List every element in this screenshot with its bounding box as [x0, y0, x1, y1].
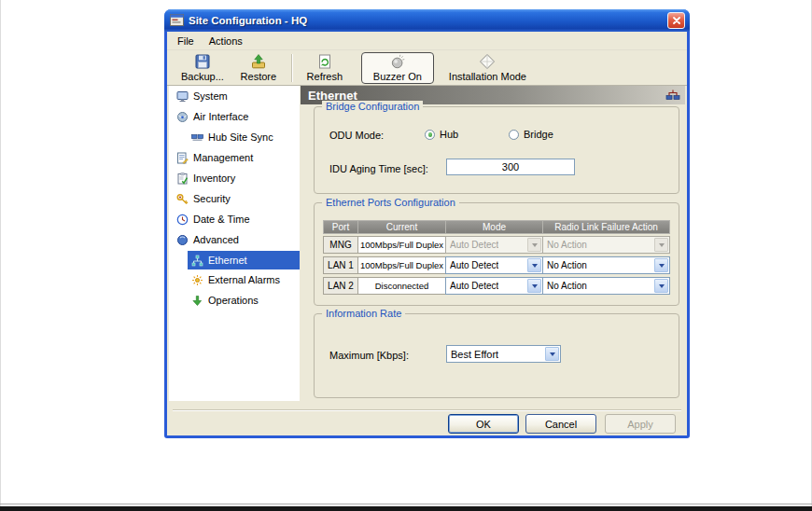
apply-button: Apply [605, 414, 676, 434]
sidebar-item-label: Advanced [193, 234, 239, 245]
hub-radio-label: Hub [440, 129, 458, 140]
page-bottom-bar [0, 506, 812, 511]
ethernet-ports-group: Ethernet Ports Configuration Port Curren… [314, 202, 679, 306]
information-rate-group: Information Rate Maximum [Kbps]: Best Ef… [314, 313, 679, 398]
backup-button[interactable]: Backup... [174, 52, 231, 84]
operations-icon [191, 295, 203, 307]
installation-mode-button[interactable]: Installation Mode [441, 52, 534, 84]
sidebar-item-label: Ethernet [208, 255, 247, 266]
idu-aging-time-label: IDU Aging Time [sec]: [329, 163, 428, 174]
titlebar[interactable]: Site Configuration - HQ [164, 9, 690, 32]
buzzer-icon [389, 54, 406, 70]
restore-button[interactable]: Restore [231, 52, 286, 84]
current-cell: Disconnected [357, 277, 446, 295]
idu-aging-time-input[interactable] [446, 159, 575, 175]
toolbar-separator [291, 54, 292, 82]
air-interface-icon [176, 111, 189, 123]
menu-file[interactable]: File [170, 34, 202, 48]
sidebar-item-advanced[interactable]: Advanced [169, 229, 300, 250]
sidebar-item-ethernet[interactable]: Ethernet [188, 251, 300, 269]
port-cell: LAN 2 [323, 277, 358, 295]
sidebar-item-operations[interactable]: Operations [169, 290, 300, 311]
radio-button-icon [425, 130, 435, 140]
close-icon [672, 16, 681, 25]
ethernet-header-icon [665, 89, 680, 104]
bridge-configuration-group: Bridge Configuration ODU Mode: Hub Bridg… [314, 106, 679, 194]
sidebar-item-security[interactable]: Security [169, 188, 300, 209]
sidebar-item-label: Operations [208, 295, 259, 306]
page-border-left [0, 0, 1, 511]
sidebar-item-label: Air Interface [193, 111, 248, 122]
combo-value: Best Effort [451, 349, 498, 360]
refresh-label: Refresh [307, 71, 343, 82]
sidebar-item-external-alarms[interactable]: External Alarms [169, 269, 300, 290]
radio-button-icon [509, 130, 519, 140]
sidebar-item-inventory[interactable]: Inventory [169, 168, 300, 188]
site-configuration-window: Site Configuration - HQ File Actions Bac… [164, 9, 690, 438]
app-icon [170, 14, 184, 28]
hub-site-sync-icon [191, 131, 203, 144]
sidebar-item-date-time[interactable]: Date & Time [169, 209, 300, 229]
sidebar: System Air Interface Hub Site Sync Manag… [169, 86, 300, 401]
sidebar-item-hub-site-sync[interactable]: Hub Site Sync [169, 127, 300, 147]
combo-value: No Action [547, 240, 587, 250]
ports-table: Port Current Mode Radio Link Failure Act… [323, 220, 670, 297]
ports-table-header: Port Current Mode Radio Link Failure Act… [323, 220, 670, 234]
odu-mode-hub-radio[interactable]: Hub [425, 129, 458, 140]
mng-failure-action-select: No Action [542, 236, 670, 254]
sidebar-item-label: Hub Site Sync [208, 131, 273, 143]
chevron-down-icon [527, 258, 541, 272]
chevron-down-icon [545, 347, 559, 361]
restore-label: Restore [241, 71, 277, 82]
sidebar-item-label: Management [193, 152, 253, 163]
lan1-failure-action-select[interactable]: No Action [542, 256, 670, 274]
table-row-lan1: LAN 1 100Mbps/Full Duplex Auto Detect No… [323, 256, 670, 274]
current-cell: 100Mbps/Full Duplex [357, 236, 446, 254]
odu-mode-label: ODU Mode: [329, 130, 384, 141]
sidebar-item-label: Security [193, 193, 231, 204]
chevron-down-icon [654, 279, 668, 293]
external-alarms-icon [191, 274, 203, 286]
lan1-mode-select[interactable]: Auto Detect [445, 256, 543, 274]
page-rule [0, 504, 812, 504]
window-body: System Air Interface Hub Site Sync Manag… [167, 86, 687, 435]
mng-mode-select: Auto Detect [445, 236, 543, 254]
col-header-port: Port [323, 220, 358, 234]
combo-value: No Action [547, 260, 587, 270]
chevron-down-icon [527, 279, 541, 293]
combo-value: No Action [547, 281, 587, 291]
chevron-down-icon [654, 238, 668, 252]
combo-value: Auto Detect [450, 260, 498, 270]
group-title: Bridge Configuration [322, 101, 423, 112]
lan2-mode-select[interactable]: Auto Detect [445, 277, 543, 295]
backup-label: Backup... [181, 71, 224, 82]
buzzer-toggle-button[interactable]: Buzzer On [361, 52, 434, 84]
buzzer-label: Buzzer On [373, 71, 422, 82]
combo-value: Auto Detect [450, 240, 498, 250]
inventory-icon [176, 173, 189, 185]
security-icon [176, 193, 189, 205]
installation-mode-icon [479, 53, 496, 70]
sidebar-item-air-interface[interactable]: Air Interface [169, 106, 300, 127]
sidebar-item-label: Date & Time [193, 214, 250, 225]
port-cell: LAN 1 [323, 256, 358, 274]
sidebar-item-system[interactable]: System [169, 86, 300, 106]
menu-actions[interactable]: Actions [202, 34, 250, 48]
col-header-current: Current [357, 220, 446, 234]
ethernet-icon [191, 255, 203, 267]
system-icon [176, 90, 189, 103]
group-title: Ethernet Ports Configuration [322, 197, 459, 208]
col-header-mode: Mode [445, 220, 543, 234]
advanced-icon [176, 234, 189, 246]
lan2-failure-action-select[interactable]: No Action [542, 277, 670, 295]
toolbar: Backup... Restore Refresh Buzzer On Inst… [167, 50, 687, 86]
refresh-icon [316, 53, 333, 70]
maximum-kbps-select[interactable]: Best Effort [446, 345, 561, 363]
cancel-button[interactable]: Cancel [525, 414, 596, 434]
bridge-radio-label: Bridge [524, 129, 553, 140]
odu-mode-bridge-radio[interactable]: Bridge [509, 129, 553, 140]
sidebar-item-management[interactable]: Management [169, 147, 300, 168]
close-button[interactable] [667, 12, 685, 29]
ok-button[interactable]: OK [448, 414, 519, 434]
refresh-button[interactable]: Refresh [298, 52, 352, 84]
